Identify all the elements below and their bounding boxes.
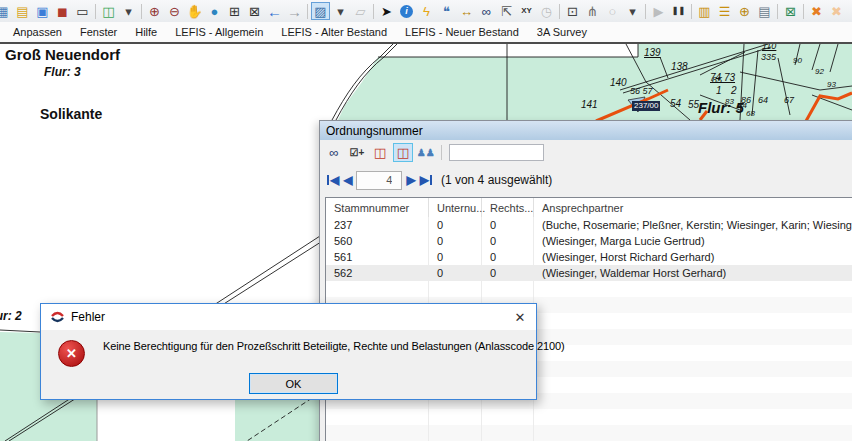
zoom-box-icon[interactable]: ⊡ [563,2,582,20]
table-cell-empty [534,281,852,297]
console-icon[interactable]: ▭ [73,2,92,20]
comment-icon[interactable]: ❝ [437,2,456,20]
map-label: 140 [610,78,627,88]
history-icon[interactable]: ◷ [537,2,556,20]
record-number-input[interactable] [356,171,402,190]
toolbar-separator [645,4,646,19]
checkbox-plus-icon[interactable]: ☑+ [347,143,367,162]
binoculars-icon[interactable]: ∞ [324,143,344,162]
zoom-extents-icon[interactable]: ⊠ [245,2,264,20]
preview-zoom-icon[interactable]: ⊕ [735,2,754,20]
table-cell-empty [326,409,429,425]
map-select-icon[interactable]: ⊠ [781,2,800,20]
table-cell-empty [326,281,429,297]
redline-cursor-icon[interactable]: ✖ [807,2,826,20]
prev-record-button[interactable]: ◀ [343,173,352,187]
zoom-window-icon[interactable]: ⊞ [225,2,244,20]
menu-item-3a-survey[interactable]: 3A Survey [528,23,596,41]
book-import-active-icon[interactable]: ◫ [393,143,413,162]
menu-item-lefis-alter-bestand[interactable]: LEFIS - Alter Bestand [272,23,396,41]
persons-icon[interactable]: ♟♟ [416,143,436,162]
table-cell: 0 [429,217,482,233]
archive-icon[interactable]: ▥ [695,2,714,20]
table-row[interactable]: 56100(Wiesinger, Horst Richard Gerhard) [326,249,852,265]
next-record-button[interactable]: ▶ [406,173,415,187]
table-cell: 0 [482,217,534,233]
record-filter-input[interactable] [449,144,544,161]
map-label: Flur: 5 [698,100,744,115]
globe-icon[interactable]: ● [205,2,224,20]
data-source-icon[interactable]: ▤ [13,2,32,20]
first-record-button[interactable]: ◀ [327,173,339,187]
zoom-in-icon[interactable]: ⊕ [145,2,164,20]
zoom-out-icon[interactable]: ⊖ [165,2,184,20]
selection-status-text: (1 von 4 ausgewählt) [441,173,552,187]
column-header-0[interactable]: Stammnummer [326,198,429,217]
menu-bar: AnpassenFensterHilfeLEFIS - AllgemeinLEF… [0,22,852,42]
info-icon[interactable]: i [397,2,416,20]
dropdown-icon[interactable]: ▾ [119,2,138,20]
dialog-titlebar[interactable]: Fehler ✕ [41,304,536,330]
table-row[interactable]: 56200(Wiesinger, Waldemar Horst Gerhard) [326,265,852,281]
dropdown-icon[interactable]: ▾ [331,2,350,20]
toolbar-separator [559,4,560,19]
ok-button[interactable]: OK [249,373,338,394]
table-cell-empty [534,361,852,377]
redline-cursor-faded-icon[interactable]: ✖ [827,2,846,20]
table-cell: 0 [482,265,534,281]
table-cell-empty [534,345,852,361]
book-import-icon[interactable]: ◫ [370,143,390,162]
table-cell: 0 [482,233,534,249]
package-icon[interactable]: ◼ [53,2,72,20]
back-icon[interactable]: ← [265,2,284,20]
dropdown-icon[interactable]: ▾ [623,2,642,20]
pause-icon[interactable]: ❚❚ [669,2,688,20]
tools-icon[interactable]: ⋔ [583,2,602,20]
forward-icon[interactable]: → [285,2,304,20]
goto-xy-icon[interactable]: XY [517,2,536,20]
dialog-body: ✕ Keine Berechtigung für den Prozeßschri… [41,330,536,399]
table-view-icon[interactable]: ▦ [0,2,12,20]
monitor-globe-icon[interactable]: ▣ [33,2,52,20]
measure-icon[interactable]: ↔ [457,2,476,20]
toolbar-separator [373,4,374,19]
table-cell: 0 [429,233,482,249]
table-cell: 0 [429,249,482,265]
cursor-icon[interactable]: ➤ [377,2,396,20]
select-features-icon[interactable]: ▨ [311,2,330,20]
table-cell-empty [326,425,429,441]
menu-item-hilfe[interactable]: Hilfe [126,23,166,41]
map-label: 93 [827,81,836,89]
play-icon[interactable]: ▶ [649,2,668,20]
app-logo-icon [50,311,65,324]
table-row[interactable]: 56000(Wiesinger, Marga Lucie Gertrud) [326,233,852,249]
binoculars-icon[interactable]: ∞ [477,2,496,20]
link-nodes-icon[interactable]: ◫ [99,2,118,20]
table-row[interactable]: 23700(Buche, Rosemarie; Pleßner, Kerstin… [326,217,852,233]
table-cell-empty [534,425,852,441]
toolbar-separator [691,4,692,19]
menu-item-lefis-neuer-bestand[interactable]: LEFIS - Neuer Bestand [396,23,528,41]
table-cell: (Wiesinger, Marga Lucie Gertrud) [534,233,852,249]
column-header-2[interactable]: Rechts... [482,198,534,217]
column-header-1[interactable]: Unternu... [429,198,482,217]
last-record-button[interactable]: ▶ [420,173,432,187]
circle-tool-icon[interactable]: ○ [603,2,622,20]
window-titlebar[interactable]: Ordnungsnummer [320,121,852,140]
map-label: 1 [716,86,722,96]
table-cell: 0 [429,265,482,281]
column-header-3[interactable]: Ansprechpartner [534,198,852,217]
pan-icon[interactable]: ✋ [185,2,204,20]
map-label: 335 [761,53,776,62]
close-icon[interactable]: ✕ [505,305,535,329]
layers-icon[interactable]: ☰ [715,2,734,20]
menu-item-anpassen[interactable]: Anpassen [4,23,71,41]
lightning-icon[interactable]: ϟ [417,2,436,20]
menu-item-fenster[interactable]: Fenster [71,23,126,41]
report-icon[interactable]: ▤ [755,2,774,20]
pan-to-icon[interactable]: ⇱ [497,2,516,20]
clear-selection-icon[interactable]: ▱ [351,2,370,20]
menu-item-lefis-allgemein[interactable]: LEFIS - Allgemein [166,23,272,41]
table-empty-row [326,409,852,425]
map-label: 141 [581,100,598,110]
